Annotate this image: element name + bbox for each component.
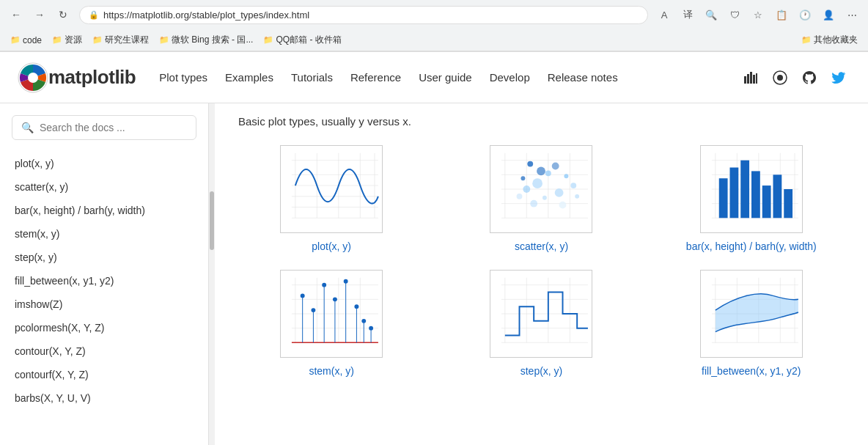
nav-tutorials[interactable]: Tutorials <box>291 68 333 87</box>
address-bar[interactable]: 🔒 https://matplotlib.org/stable/plot_typ… <box>79 6 648 24</box>
plot-card-scatter[interactable]: scatter(x, y) <box>448 145 634 252</box>
profile-icon[interactable]: A <box>654 4 674 25</box>
svg-rect-2 <box>744 76 746 84</box>
github-icon-btn[interactable] <box>798 66 821 89</box>
account-icon[interactable]: 👤 <box>818 4 839 25</box>
bookmark-label: QQ邮箱 - 收件箱 <box>276 34 341 46</box>
line-plot-svg <box>281 146 382 232</box>
folder-icon: 📁 <box>263 35 273 45</box>
site-logo[interactable]: matplotlib <box>18 62 136 93</box>
svg-point-34 <box>552 163 559 170</box>
sidebar-item-plot[interactable]: plot(x, y) <box>12 152 196 175</box>
history-icon[interactable]: 🕐 <box>795 4 815 25</box>
bookmark-label: 微软 Bing 搜索 - 国... <box>172 34 253 46</box>
plot-card-line[interactable]: plot(x, y) <box>238 145 424 252</box>
sidebar-item-bar[interactable]: bar(x, height) / barh(y, width) <box>12 199 196 222</box>
plot-card-bar[interactable]: bar(x, height) / barh(y, width) <box>658 145 845 252</box>
sidebar-item-fill-between[interactable]: fill_between(x, y1, y2) <box>12 269 196 293</box>
bookmark-resources[interactable]: 📁 资源 <box>48 32 87 48</box>
stem-plot-svg <box>281 271 382 357</box>
sidebar-nav: plot(x, y) scatter(x, y) bar(x, height) … <box>0 152 208 410</box>
svg-point-79 <box>322 283 326 287</box>
svg-point-81 <box>333 297 337 301</box>
folder-icon: 📁 <box>52 35 62 45</box>
more-icon[interactable]: ⋯ <box>842 4 862 25</box>
analytics-icon-btn[interactable] <box>739 66 762 89</box>
bookmark-qq[interactable]: 📁 QQ邮箱 - 收件箱 <box>259 32 345 48</box>
sidebar-item-contour[interactable]: contour(X, Y, Z) <box>12 339 196 363</box>
page-container: matplotlib Plot types Examples Tutorials… <box>0 52 868 445</box>
nav-release-notes[interactable]: Release notes <box>548 68 618 87</box>
svg-point-39 <box>571 183 577 188</box>
svg-point-45 <box>559 202 567 209</box>
lock-icon: 🔒 <box>89 10 99 20</box>
svg-rect-9 <box>281 146 382 232</box>
sidebar-item-imshow[interactable]: imshow(Z) <box>12 293 196 316</box>
nav-develop[interactable]: Develop <box>490 68 530 87</box>
svg-rect-57 <box>719 178 728 218</box>
scrollbar-track[interactable] <box>209 103 215 445</box>
search-input[interactable] <box>40 122 187 133</box>
svg-point-37 <box>545 170 551 176</box>
svg-point-8 <box>777 75 783 81</box>
nav-plot-types[interactable]: Plot types <box>159 68 207 87</box>
svg-rect-6 <box>756 73 757 84</box>
nav-examples[interactable]: Examples <box>225 68 273 87</box>
bookmark-other[interactable]: 📁 其他收藏夹 <box>797 32 862 48</box>
plot-thumbnail-bar <box>700 145 803 233</box>
star-icon[interactable]: ☆ <box>748 4 768 25</box>
bookmark-research[interactable]: 📁 研究生课程 <box>88 32 153 48</box>
svg-rect-4 <box>750 72 752 84</box>
forward-button[interactable]: → <box>29 4 50 25</box>
svg-point-1 <box>28 73 38 83</box>
bookmark-bing[interactable]: 📁 微软 Bing 搜索 - 国... <box>155 32 257 48</box>
refresh-button[interactable]: ↻ <box>53 4 73 25</box>
bookmark-code[interactable]: 📁 code <box>6 33 46 48</box>
collections-icon[interactable]: 📋 <box>771 4 792 25</box>
svg-rect-61 <box>762 185 771 218</box>
nav-user-guide[interactable]: User guide <box>419 68 472 87</box>
svg-point-40 <box>555 188 564 197</box>
plot-card-stem[interactable]: stem(x, y) <box>238 270 424 377</box>
bookmark-label: 其他收藏夹 <box>814 34 858 46</box>
nav-reference[interactable]: Reference <box>350 68 401 87</box>
sidebar-item-pcolormesh[interactable]: pcolormesh(X, Y, Z) <box>12 316 196 339</box>
bar-plot-svg <box>701 146 802 232</box>
content-area: 🔍 plot(x, y) scatter(x, y) bar(x, height… <box>0 103 868 445</box>
plot-thumbnail-step <box>490 270 592 358</box>
svg-point-44 <box>575 194 580 199</box>
fill-between-plot-svg <box>701 271 802 357</box>
svg-point-35 <box>564 174 569 178</box>
sidebar-item-step[interactable]: step(x, y) <box>12 246 196 269</box>
folder-icon: 📁 <box>92 35 103 45</box>
plot-card-step[interactable]: step(x, y) <box>448 270 634 377</box>
search-box[interactable]: 🔍 <box>12 115 196 140</box>
zoom-icon[interactable]: 🔍 <box>701 4 721 25</box>
nav-buttons: ← → ↻ <box>6 4 73 25</box>
scrollbar-thumb[interactable] <box>210 191 214 250</box>
bookmark-label: 研究生课程 <box>105 34 149 46</box>
svg-point-31 <box>528 161 534 167</box>
sidebar-item-contourf[interactable]: contourf(X, Y, Z) <box>12 363 196 386</box>
folder-icon: 📁 <box>10 35 21 45</box>
shield-icon[interactable]: 🛡 <box>724 4 745 25</box>
discourse-icon-btn[interactable] <box>768 66 792 89</box>
main-content: Basic plot types, usually y versus x. <box>215 103 868 445</box>
plot-label-scatter: scatter(x, y) <box>515 240 568 252</box>
logo-text: matplotlib <box>48 66 136 89</box>
translate-icon[interactable]: 译 <box>677 4 698 25</box>
browser-actions: A 译 🔍 🛡 ☆ 📋 🕐 👤 ⋯ <box>654 4 862 25</box>
bookmark-label: 资源 <box>65 34 82 46</box>
svg-point-75 <box>301 293 305 298</box>
browser-chrome: ← → ↻ 🔒 https://matplotlib.org/stable/pl… <box>0 0 868 52</box>
sidebar-item-stem[interactable]: stem(x, y) <box>12 222 196 246</box>
svg-point-83 <box>344 279 348 284</box>
twitter-icon-btn[interactable] <box>827 66 850 89</box>
back-button[interactable]: ← <box>6 4 26 25</box>
sidebar-item-barbs[interactable]: barbs(X, Y, U, V) <box>12 386 196 410</box>
sidebar-item-scatter[interactable]: scatter(x, y) <box>12 175 196 199</box>
plot-label-fill-between: fill_between(x, y1, y2) <box>702 365 801 377</box>
search-icon: 🔍 <box>21 122 34 133</box>
svg-rect-60 <box>751 171 760 218</box>
plot-card-fill-between[interactable]: fill_between(x, y1, y2) <box>658 270 845 377</box>
